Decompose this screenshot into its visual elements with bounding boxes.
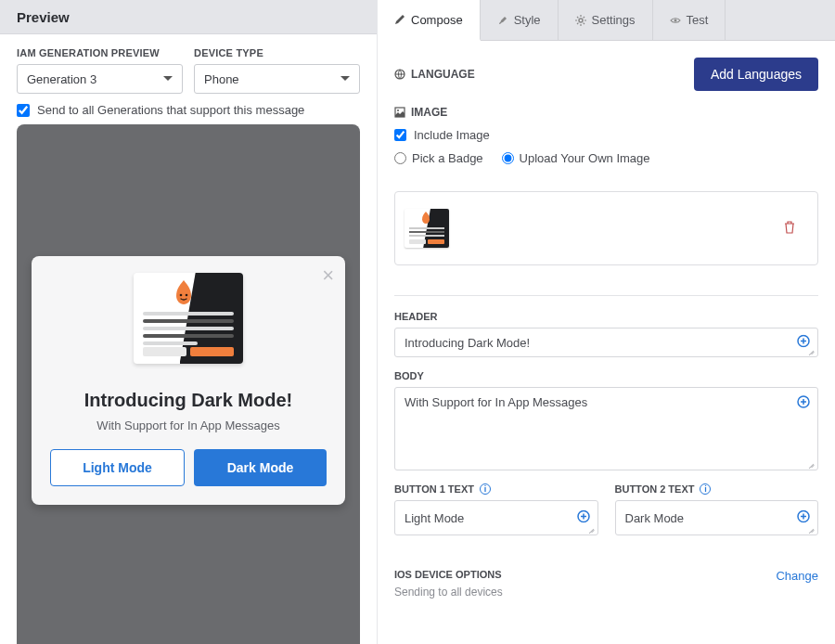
header-input[interactable]: Introducing Dark Mode! xyxy=(394,328,818,357)
tab-style[interactable]: Style xyxy=(481,0,559,40)
preview-title: Preview xyxy=(17,9,70,25)
device-label: DEVICE TYPE xyxy=(194,47,360,58)
caret-down-icon xyxy=(340,76,350,82)
pencil-icon xyxy=(394,14,405,25)
info-icon[interactable]: i xyxy=(480,483,491,495)
resize-handle[interactable] xyxy=(806,345,816,354)
device-frame: × xyxy=(17,124,360,644)
editor-panel: Compose Style Settings Test LANGUAGE xyxy=(378,0,835,644)
ios-options-title: IOS DEVICE OPTIONS xyxy=(394,569,503,580)
button2-input[interactable]: Dark Mode xyxy=(615,500,819,535)
pick-badge-label: Pick a Badge xyxy=(412,151,483,165)
modal-button-2[interactable]: Dark Mode xyxy=(194,449,327,486)
caret-down-icon xyxy=(163,76,173,82)
include-image-label: Include Image xyxy=(414,128,490,142)
upload-own-radio[interactable] xyxy=(502,152,514,164)
gear-icon xyxy=(575,15,586,26)
flame-icon xyxy=(173,280,195,304)
device-value: Phone xyxy=(204,72,239,86)
resize-handle[interactable] xyxy=(586,523,596,533)
flame-icon xyxy=(420,212,431,224)
tab-compose-label: Compose xyxy=(411,13,463,27)
include-image-checkbox-row[interactable]: Include Image xyxy=(394,128,818,142)
resize-handle[interactable] xyxy=(806,523,816,533)
modal-header: Introducing Dark Mode! xyxy=(50,390,327,411)
tab-test-label: Test xyxy=(687,13,709,27)
generation-value: Generation 3 xyxy=(27,72,96,86)
plus-icon[interactable] xyxy=(797,395,810,411)
modal-body: With Support for In App Messages xyxy=(50,419,327,432)
change-link[interactable]: Change xyxy=(776,569,818,583)
svg-point-2 xyxy=(579,19,583,22)
body-input[interactable]: With Support for In App Messages xyxy=(394,387,818,470)
tab-compose[interactable]: Compose xyxy=(378,0,481,41)
header-field-label: HEADER xyxy=(394,311,818,322)
svg-point-6 xyxy=(397,109,399,111)
tab-style-label: Style xyxy=(514,13,541,27)
modal-image xyxy=(134,273,243,364)
button1-field-label: BUTTON 1 TEXT i xyxy=(394,483,598,495)
svg-point-3 xyxy=(674,19,676,21)
uploaded-image-thumb[interactable] xyxy=(405,209,449,248)
preview-panel: Preview IAM GENERATION PREVIEW Generatio… xyxy=(0,0,378,644)
brush-icon xyxy=(497,15,508,26)
body-field-label: BODY xyxy=(394,370,818,381)
tab-settings-label: Settings xyxy=(592,13,636,27)
language-section-title: LANGUAGE xyxy=(394,68,475,81)
button2-field-label: BUTTON 2 TEXT i xyxy=(615,483,819,495)
resize-handle[interactable] xyxy=(806,458,816,468)
generation-label: IAM GENERATION PREVIEW xyxy=(17,47,183,58)
preview-header: Preview xyxy=(0,0,377,34)
tab-settings[interactable]: Settings xyxy=(559,0,653,40)
pick-badge-radio[interactable] xyxy=(394,152,406,164)
modal-button-1[interactable]: Light Mode xyxy=(50,449,185,486)
delete-image-button[interactable] xyxy=(771,221,808,237)
globe-icon xyxy=(394,69,405,80)
tab-bar: Compose Style Settings Test xyxy=(378,0,835,41)
send-all-checkbox-row[interactable]: Send to all Generations that support thi… xyxy=(17,103,360,117)
add-languages-button[interactable]: Add Languages xyxy=(694,58,818,91)
svg-point-0 xyxy=(180,294,183,297)
send-all-label: Send to all Generations that support thi… xyxy=(37,103,304,117)
include-image-checkbox[interactable] xyxy=(394,129,406,141)
info-icon[interactable]: i xyxy=(700,483,711,495)
generation-select[interactable]: Generation 3 xyxy=(17,64,183,94)
image-icon xyxy=(394,107,405,118)
iam-modal-preview: × xyxy=(32,256,345,505)
upload-own-label: Upload Your Own Image xyxy=(520,151,650,165)
svg-point-1 xyxy=(186,294,188,297)
image-section-title: IMAGE xyxy=(394,106,818,119)
uploaded-image-box xyxy=(394,191,818,265)
pick-badge-radio-row[interactable]: Pick a Badge xyxy=(394,151,483,165)
trash-icon xyxy=(784,221,795,234)
device-select[interactable]: Phone xyxy=(194,64,360,94)
button1-input[interactable]: Light Mode xyxy=(394,500,598,535)
tab-test[interactable]: Test xyxy=(653,0,726,40)
send-all-checkbox[interactable] xyxy=(17,104,30,117)
ios-options-subtitle: Sending to all devices xyxy=(394,586,503,599)
upload-own-radio-row[interactable]: Upload Your Own Image xyxy=(502,151,650,165)
eye-icon xyxy=(670,15,681,26)
close-icon[interactable]: × xyxy=(322,265,334,286)
